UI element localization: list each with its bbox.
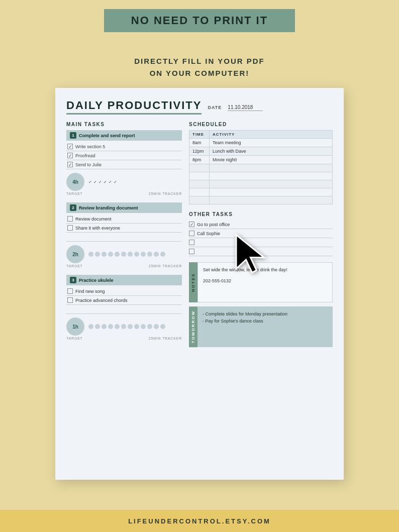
right-column: SCHEDULED TIME ACTIVITY 8amTeam meeting1… [189, 122, 333, 347]
tracker-section-1: ✓ ✓ ✓ ✓ ✓ ✓ [88, 180, 182, 184]
other-task-item [189, 247, 333, 256]
tracker-section-2 [88, 252, 182, 257]
task-title-3: Practice ukulele [79, 278, 114, 283]
time-cell: 8am [189, 139, 210, 147]
tracker-label-3: 25MIN TRACKER [149, 337, 182, 340]
tracker-dots-2 [88, 252, 182, 257]
time-cell [189, 196, 210, 204]
time-cell: 12pm [189, 147, 210, 156]
tracker-dots-3 [88, 324, 182, 329]
task-sub-1-2: Proofread [66, 151, 182, 160]
target-circle-3: 1h [66, 317, 84, 336]
time-cell [189, 172, 210, 180]
task-main-3: 3 Practice ukulele [66, 275, 182, 285]
bottom-banner-text: LIFEUNDERCONTROL.ETSY.COM [128, 517, 271, 525]
other-task-checkbox[interactable] [189, 222, 194, 227]
top-banner: NO NEED TO PRINT IT [104, 9, 295, 32]
bottom-banner: LIFEUNDERCONTROL.ETSY.COM [0, 510, 399, 532]
labels-row-2: TARGET 25MIN TRACKER [66, 264, 182, 268]
scheduled-row: 8amTeam meeting [189, 139, 333, 147]
time-col-header: TIME [189, 131, 210, 139]
task-sub-3-2: Practice advanced chords [66, 296, 182, 305]
other-task-text: Call Sophie [197, 231, 220, 236]
other-task-checkbox[interactable] [189, 240, 194, 245]
scheduled-row [189, 196, 333, 204]
activity-cell [210, 172, 333, 180]
notes-line2: 202-555-0132 [203, 278, 327, 285]
tracker-label-1: 25MIN TRACKER [149, 192, 182, 195]
task-title-1: Complete and send report [79, 133, 135, 138]
time-cell [189, 164, 210, 172]
task-sub-2-2: Share it with everyone [66, 224, 182, 233]
checkbox-2-1[interactable] [67, 216, 73, 222]
tracker-section-3 [88, 324, 182, 329]
scheduled-row [189, 180, 333, 188]
other-task-checkbox[interactable] [189, 249, 194, 254]
doc-title: DAILY PRODUCTIVITY [66, 99, 202, 115]
other-task-item [189, 238, 333, 247]
scheduled-row [189, 188, 333, 196]
activity-cell: Team meeting [210, 139, 333, 147]
tracker-row-1: 4h ✓ ✓ ✓ ✓ ✓ ✓ [66, 173, 182, 191]
task-block-2: 2 Review branding document Review docume… [66, 202, 182, 268]
notes-section: NOTES Set wide the window, let me drink … [189, 262, 333, 302]
other-task-item: Call Sophie [189, 229, 333, 238]
tracker-row-2: 2h [66, 245, 182, 263]
task-sub-1-1: Write section 5 [66, 142, 182, 151]
target-circle-2: 2h [66, 245, 84, 263]
checkbox-2-2[interactable] [67, 225, 73, 231]
activity-cell: Lunch with Dave [210, 147, 333, 156]
task-main-1: 1 Complete and send report [66, 130, 182, 141]
other-task-checkbox[interactable] [189, 231, 194, 236]
scheduled-row [189, 164, 333, 172]
activity-cell [210, 196, 333, 204]
productivity-document: DAILY PRODUCTIVITY DATE 11.10.2018 MAIN … [55, 88, 344, 480]
scheduled-table: TIME ACTIVITY 8amTeam meeting12pmLunch w… [189, 130, 333, 204]
task-block-1: 1 Complete and send report Write section… [66, 130, 182, 195]
time-cell [189, 180, 210, 188]
checkbox-3-2[interactable] [67, 297, 73, 303]
target-circle-1: 4h [66, 173, 84, 191]
task-sub-1-3: Send to Julie [66, 160, 182, 169]
time-cell [189, 188, 210, 196]
date-label: DATE [208, 105, 222, 110]
other-tasks-header: OTHER TASKS [189, 211, 333, 217]
subtitle-line2: ON YOUR COMPUTER! [74, 67, 325, 79]
activity-cell [210, 164, 333, 172]
other-task-item: Go to post office [189, 220, 333, 229]
target-label-2: TARGET [66, 264, 83, 268]
other-task-text: Go to post office [197, 222, 230, 227]
date-value: 11.10.2018 [228, 104, 263, 111]
checkbox-1-3[interactable] [67, 162, 73, 167]
target-label-1: TARGET [66, 192, 83, 195]
checkbox-1-1[interactable] [67, 144, 73, 149]
subtitle-section: DIRECTLY FILL IN YOUR PDF ON YOUR COMPUT… [74, 55, 325, 79]
checkbox-1-2[interactable] [67, 153, 73, 158]
activity-cell [210, 180, 333, 188]
target-label-3: TARGET [66, 337, 83, 340]
checkbox-3-1[interactable] [67, 288, 73, 294]
tomorrow-label: TOMORROW [189, 306, 197, 347]
tracker-label-2: 25MIN TRACKER [149, 264, 182, 268]
labels-row-3: TARGET 25MIN TRACKER [66, 337, 182, 340]
task-number-2: 2 [70, 204, 76, 211]
activity-cell [210, 188, 333, 196]
scheduled-header: SCHEDULED [189, 122, 333, 127]
empty-line-3 [66, 305, 182, 314]
notes-content[interactable]: Set wide the window, let me drink the da… [197, 262, 333, 302]
tomorrow-content[interactable]: - Complete slides for Monday presentatio… [197, 306, 333, 347]
empty-line-2 [66, 233, 182, 242]
task-title-2: Review branding document [79, 205, 138, 210]
scheduled-row [189, 172, 333, 180]
task-main-2: 2 Review branding document [66, 202, 182, 213]
main-tasks-header: MAIN TASKS [66, 122, 182, 127]
subtitle-line1: DIRECTLY FILL IN YOUR PDF [74, 55, 325, 67]
tracker-row-3: 1h [66, 317, 182, 336]
notes-label: NOTES [189, 262, 197, 302]
check-marks-1: ✓ ✓ ✓ ✓ ✓ ✓ [88, 180, 182, 184]
task-sub-2-1: Review document [66, 215, 182, 224]
task-number-1: 1 [70, 132, 76, 139]
activity-cell: Movie night! [210, 156, 333, 164]
other-tasks-section: OTHER TASKS Go to post officeCall Sophie [189, 211, 333, 256]
time-cell: 8pm [189, 156, 210, 164]
